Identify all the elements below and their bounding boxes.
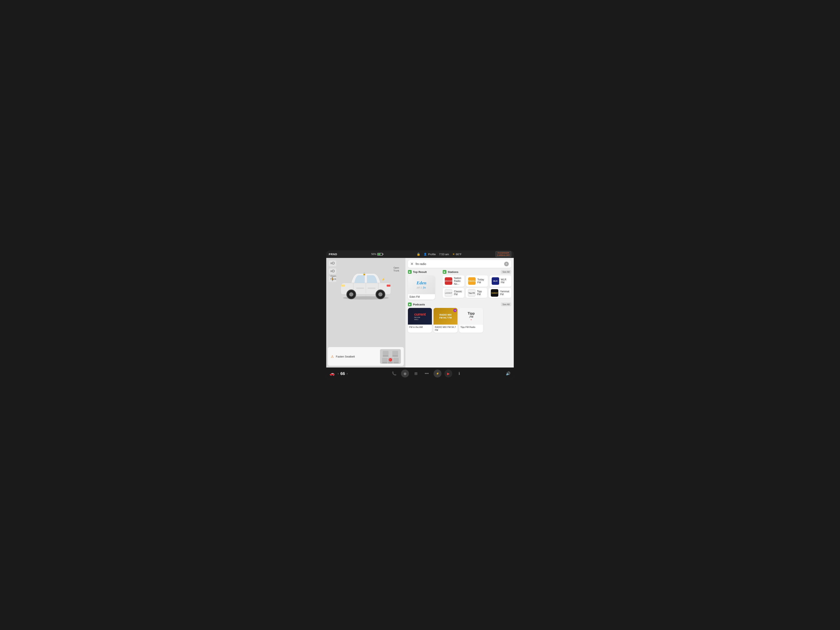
stations-section: ▶ Stations See All nationradio	[443, 270, 511, 300]
alert-text: Fasten Seatbelt	[336, 355, 355, 358]
battery-percent: 56%	[371, 253, 376, 256]
main-content: ≡D ≡D 🧍 Open Frunk Open Trunk	[326, 258, 514, 368]
bottom-right: 🔊	[506, 371, 510, 376]
car-status-icon[interactable]: 🚗	[330, 371, 335, 376]
top-result-header: ▶ Top Result	[408, 270, 440, 274]
podcast-card-tippfm[interactable]: Tipp .FM ● Tipp FM Radio	[459, 308, 483, 333]
stations-label: Stations	[448, 270, 458, 273]
svg-rect-15	[392, 351, 398, 355]
apps-nav-btn[interactable]: ⊞	[412, 369, 420, 377]
battery-icon	[377, 253, 383, 256]
podcasts-section: ▶ Podcasts See All current FM.COM	[408, 303, 511, 333]
volume-icon[interactable]: 🔊	[506, 371, 510, 376]
tesla-screen: PRND 56% 🔒 👤 Profile 7:53 am ☀ 66°F PASS…	[326, 250, 514, 380]
radio-mix-image: ★ RADIO MIXFM 94.7 FM	[434, 308, 458, 325]
music-nav-btn[interactable]: ◎	[401, 369, 409, 377]
bottom-center: 📞 ◎ ⊞ ••• ⚡ ▶ ℹ	[390, 369, 463, 377]
search-clear-btn[interactable]: ✕	[504, 262, 509, 266]
speed-right-arrow[interactable]: ›	[347, 372, 348, 375]
status-bar: PRND 56% 🔒 👤 Profile 7:53 am ☀ 66°F PASS…	[326, 250, 514, 258]
radio-mix-logo-text: RADIO MIXFM 94.7 FM	[439, 313, 452, 319]
classic-fm-logo: CLASSICFM	[445, 289, 452, 297]
svg-rect-9	[387, 284, 390, 287]
tipp-fm-logo: Tipp.FM	[468, 289, 475, 297]
seat-diagram-svg: !	[381, 350, 400, 363]
top-result-section: ▶ Top Result Eden 107.5 fm	[408, 270, 440, 300]
svg-text:⚡: ⚡	[382, 278, 385, 281]
speed-value: 66	[340, 371, 345, 376]
left-panel: ≡D ≡D 🧍 Open Frunk Open Trunk	[326, 258, 406, 368]
stations-title: ▶ Stations	[443, 270, 458, 274]
nation-radio-name: Nation Radio No...	[454, 277, 462, 286]
today-fm-logo: TODAYfm	[468, 277, 475, 285]
station-item[interactable]: CLASSICFM Classic FM	[443, 288, 464, 298]
podcast-name-current: FM in the AM	[408, 325, 432, 330]
current-fm-visual: current FM.COM 103.1	[414, 312, 426, 321]
more-nav-btn[interactable]: •••	[423, 369, 431, 377]
podcast-name-tippfm: Tipp FM Radio	[459, 325, 483, 330]
airbag-line1: PASSENGER	[497, 252, 510, 254]
stations-see-all-btn[interactable]: See All	[501, 270, 511, 274]
svg-point-7	[378, 292, 382, 297]
car-view-area: Open Frunk Open Trunk	[326, 258, 406, 346]
podcasts-see-all-btn[interactable]: See All	[501, 303, 511, 306]
top-results-row: ▶ Top Result Eden 107.5 fm	[408, 270, 511, 300]
svg-rect-14	[383, 355, 388, 357]
eden-fm-card[interactable]: Eden 107.5 fm Eden FM	[408, 275, 435, 300]
station-item[interactable]: YAMMAT Yammat FM	[489, 288, 511, 298]
top-result-label: Top Result	[413, 270, 427, 273]
stations-icon: ▶	[443, 270, 447, 274]
tesla-nav-btn[interactable]: ⚡	[434, 369, 442, 377]
search-close-btn[interactable]: ✕	[411, 262, 414, 266]
podcasts-header: ▶ Podcasts See All	[408, 303, 511, 306]
right-panel: ✕ fm radio ✕ ▶ Top Result	[406, 258, 514, 368]
podcasts-row: current FM.COM 103.1 FM in the AM ★	[408, 308, 511, 333]
profile-section[interactable]: 👤 Profile	[423, 253, 436, 256]
svg-point-5	[349, 292, 353, 297]
sun-icon: ☀	[452, 253, 455, 256]
svg-rect-8	[341, 284, 345, 287]
phone-nav-btn[interactable]: 📞	[390, 369, 398, 377]
svg-rect-18	[382, 362, 387, 363]
search-query-display[interactable]: fm radio	[415, 262, 502, 265]
tipp-fm-image: Tipp .FM ●	[459, 308, 483, 325]
wlr-fm-logo: WLR	[492, 277, 499, 285]
time-display: 7:53 am	[439, 253, 449, 256]
podcasts-label: Podcasts	[413, 303, 425, 306]
weather-section: ☀ 66°F	[452, 253, 462, 256]
station-item[interactable]: TODAYfm Today FM	[466, 275, 488, 287]
car-silhouette: ⚡	[337, 262, 395, 300]
eden-fm-logo: Eden 107.5 fm	[417, 280, 426, 289]
station-item[interactable]: WLR WLR FM	[489, 275, 511, 287]
status-center: 🔒 👤 Profile 7:53 am ☀ 66°F	[417, 253, 461, 256]
results-scroll[interactable]: ▶ Top Result Eden 107.5 fm	[406, 269, 514, 368]
eden-fm-name: Eden FM	[408, 294, 435, 300]
battery-section: 56%	[371, 253, 383, 256]
seatbelt-alert: ⚠ Fasten Seatbelt	[328, 347, 404, 366]
top-result-icon: ▶	[408, 270, 412, 274]
battery-fill	[378, 254, 381, 255]
info-nav-btn[interactable]: ℹ	[455, 369, 463, 377]
wlr-fm-name: WLR FM	[501, 278, 509, 284]
speed-left-arrow[interactable]: ‹	[338, 372, 339, 375]
prnd-display: PRND	[329, 253, 337, 256]
station-item[interactable]: Tipp.FM Tipp FM	[466, 288, 487, 298]
current-fm-image: current FM.COM 103.1	[408, 308, 432, 325]
person-icon: 👤	[423, 253, 427, 256]
frunk-label[interactable]: Open Frunk	[330, 275, 336, 281]
airbag-badge: PASSENGER 2 AIRBAG OFF	[496, 251, 511, 257]
podcast-name-radiomix: RADIO MIX FM 94,7 FM	[434, 325, 458, 333]
clear-icon: ✕	[505, 262, 507, 265]
temperature-display: 66°F	[456, 253, 462, 256]
play-nav-btn[interactable]: ▶	[444, 369, 452, 377]
search-bar: ✕ fm radio ✕	[408, 260, 511, 268]
status-right: PASSENGER 2 AIRBAG OFF	[496, 251, 511, 257]
classic-fm-name: Classic FM	[454, 290, 462, 296]
svg-rect-22	[393, 362, 399, 363]
tipp-fm-name: Tipp FM	[477, 290, 485, 296]
station-item[interactable]: nationradio Nation Radio No...	[443, 275, 464, 287]
podcast-card-radiomix[interactable]: ★ RADIO MIXFM 94.7 FM RADIO MIX FM 94,7 …	[434, 308, 458, 333]
stations-grid: nationradio Nation Radio No... TODAYfm T…	[443, 275, 511, 298]
yammat-logo: YAMMAT	[491, 289, 498, 297]
podcast-card-current[interactable]: current FM.COM 103.1 FM in the AM	[408, 308, 432, 333]
